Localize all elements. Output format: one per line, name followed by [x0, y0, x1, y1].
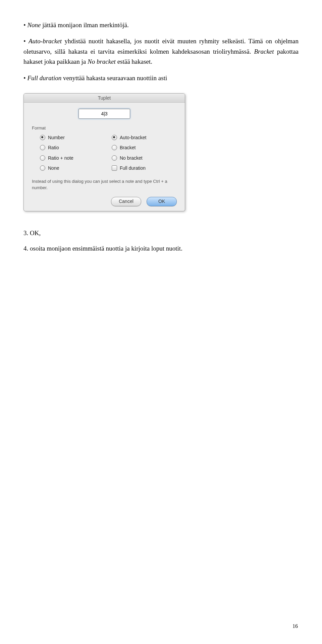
steps-list: 3. OK, 4. osoita monijaon ensimmäistä nu… — [23, 228, 299, 254]
step-4: 4. osoita monijaon ensimmäistä nuottia j… — [23, 244, 299, 254]
radio-icon — [40, 145, 45, 150]
check-fullduration[interactable]: Full duration — [112, 164, 177, 172]
text: estää hakaset. — [116, 58, 152, 65]
ratio-row — [32, 109, 177, 119]
format-grid: Number Auto-bracket Ratio Bracket Ratio … — [32, 134, 177, 172]
text: jättää monijaon ilman merkintöjä. — [41, 21, 129, 29]
radio-icon — [112, 135, 117, 140]
tuplet-dialog: Tuplet Format Number Auto-bracket Ratio … — [23, 93, 185, 211]
term-nobracket: No bracket — [88, 58, 116, 65]
dialog-hint: Instead of using this dialog you can jus… — [32, 178, 177, 191]
radio-icon — [40, 135, 45, 140]
radio-bracket[interactable]: Bracket — [112, 144, 177, 151]
button-row: Cancel OK — [32, 197, 177, 206]
term-bracket: Bracket — [254, 48, 274, 55]
radio-icon — [40, 155, 45, 161]
radio-label: Bracket — [120, 144, 136, 151]
term-fullduration: Full duration — [27, 74, 61, 82]
ratio-input[interactable] — [78, 109, 130, 119]
radio-icon — [40, 165, 45, 171]
cancel-button[interactable]: Cancel — [111, 197, 141, 206]
radio-icon — [112, 145, 117, 150]
step-3: 3. OK, — [23, 228, 299, 238]
format-label: Format — [32, 125, 177, 132]
radio-label: Ratio — [48, 144, 59, 151]
page-number: 16 — [292, 622, 298, 631]
radio-ratio[interactable]: Ratio — [40, 144, 105, 151]
dialog-title: Tuplet — [24, 94, 185, 103]
radio-label: Auto-bracket — [120, 134, 146, 141]
text: venyttää hakasta seuraavaan nuottiin ast… — [61, 74, 167, 82]
radio-nobracket[interactable]: No bracket — [112, 154, 177, 162]
radio-number[interactable]: Number — [40, 134, 105, 141]
para-autobracket: • Auto-bracket yhdistää nuotit hakasella… — [23, 36, 299, 67]
radio-none[interactable]: None — [40, 164, 105, 172]
term-none: None — [27, 21, 41, 29]
para-fullduration: • Full duration venyttää hakasta seuraav… — [23, 73, 299, 83]
radio-label: Ratio + note — [48, 154, 73, 162]
check-label: Full duration — [120, 164, 146, 172]
radio-label: No bracket — [120, 154, 143, 162]
checkbox-icon — [112, 165, 117, 171]
bullet: • — [23, 38, 29, 45]
term-autobracket: Auto-bracket — [29, 38, 62, 45]
para-none: • None jättää monijaon ilman merkintöjä. — [23, 20, 299, 30]
bullet: • — [23, 74, 27, 82]
radio-label: None — [48, 164, 59, 172]
radio-icon — [112, 155, 117, 161]
radio-autobracket[interactable]: Auto-bracket — [112, 134, 177, 141]
ok-button[interactable]: OK — [147, 197, 177, 206]
radio-label: Number — [48, 134, 65, 141]
bullet: • — [23, 21, 27, 29]
dialog-body: Format Number Auto-bracket Ratio Bracket… — [24, 103, 185, 211]
radio-ratio-note[interactable]: Ratio + note — [40, 154, 105, 162]
